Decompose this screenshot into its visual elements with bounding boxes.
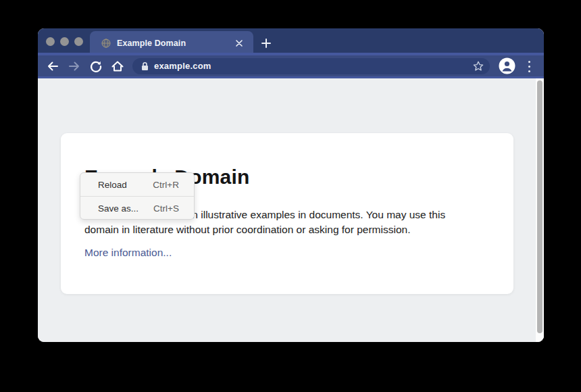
desktop-background: Example Domain — [0, 0, 581, 392]
tab-close-icon[interactable] — [232, 36, 247, 51]
kebab-menu-icon[interactable] — [526, 58, 532, 74]
forward-icon[interactable] — [66, 57, 83, 75]
title-bar: Example Domain — [38, 28, 544, 53]
profile-avatar-icon[interactable] — [499, 57, 515, 74]
star-icon[interactable] — [472, 60, 484, 72]
browser-tab[interactable]: Example Domain — [90, 31, 253, 55]
url-text[interactable]: example.com — [154, 58, 211, 74]
tab-title: Example Domain — [117, 31, 186, 55]
more-information-link[interactable]: More information... — [84, 247, 172, 259]
reload-icon[interactable] — [87, 57, 105, 75]
globe-favicon-icon — [101, 39, 111, 48]
browser-window: Example Domain — [38, 28, 544, 342]
context-menu-item-reload[interactable]: Reload Ctrl+R — [80, 173, 194, 196]
context-menu: Reload Ctrl+R Save as... Ctrl+S — [80, 172, 195, 220]
menu-item-shortcut: Ctrl+R — [153, 180, 179, 190]
menu-item-label: Save as... — [98, 203, 138, 214]
back-icon[interactable] — [44, 57, 61, 75]
window-zoom-button[interactable] — [74, 37, 83, 46]
scrollbar-thumb[interactable] — [537, 80, 542, 333]
window-minimize-button[interactable] — [60, 37, 69, 46]
page-scrollbar[interactable] — [536, 78, 544, 342]
window-close-button[interactable] — [46, 37, 55, 46]
menu-item-label: Reload — [98, 180, 127, 190]
address-bar[interactable]: example.com — [132, 58, 490, 74]
home-icon[interactable] — [109, 57, 126, 75]
new-tab-button[interactable] — [259, 36, 274, 51]
lock-icon[interactable] — [141, 62, 149, 71]
page-viewport: Example Domain This domain is for use in… — [38, 78, 544, 342]
context-menu-item-save-as[interactable]: Save as... Ctrl+S — [80, 197, 194, 220]
navigation-toolbar: example.com — [38, 55, 544, 76]
menu-item-shortcut: Ctrl+S — [153, 203, 179, 214]
